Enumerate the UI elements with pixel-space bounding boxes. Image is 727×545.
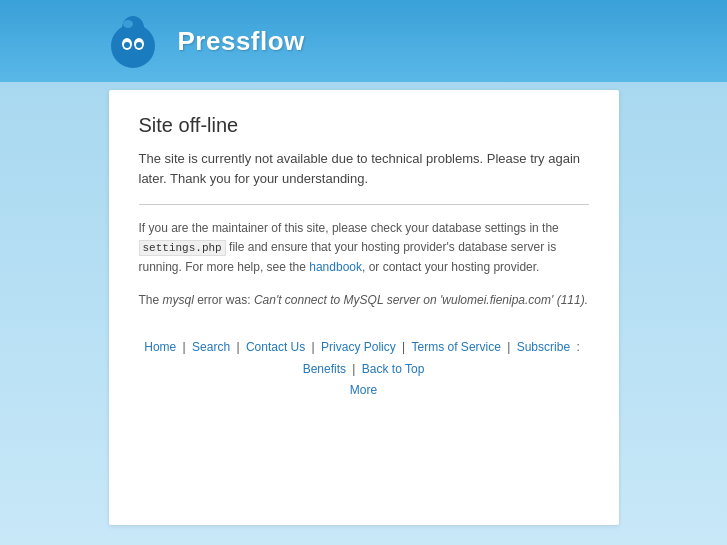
handbook-link[interactable]: handbook	[309, 260, 362, 274]
maintainer-intro-text: If you are the maintainer of this site, …	[139, 221, 559, 235]
footer-link-contact[interactable]: Contact Us	[246, 340, 305, 354]
maintainer-end-text: , or contact your hosting provider.	[362, 260, 539, 274]
footer-link-backtop[interactable]: Back to Top	[362, 362, 424, 376]
svg-point-4	[124, 42, 130, 48]
settings-file: settings.php	[139, 240, 226, 256]
mysql-error: The mysql error was: Can't connect to My…	[139, 291, 589, 309]
footer-links: Home | Search | Contact Us | Privacy Pol…	[139, 337, 589, 402]
page-wrapper: Site off-line The site is currently not …	[0, 82, 727, 545]
site-header: Pressflow	[0, 0, 727, 82]
footer-link-home[interactable]: Home	[144, 340, 176, 354]
mysql-error-mid: error was:	[194, 293, 254, 307]
footer-link-benefits[interactable]: Benefits	[303, 362, 346, 376]
mysql-italic: mysql	[163, 293, 194, 307]
footer-link-terms[interactable]: Terms of Service	[412, 340, 501, 354]
svg-point-5	[136, 42, 142, 48]
main-message: The site is currently not available due …	[139, 149, 589, 188]
mysql-error-prefix: The	[139, 293, 163, 307]
offline-heading: Site off-line	[139, 114, 589, 137]
footer-link-more[interactable]: More	[350, 383, 377, 397]
footer-link-subscribe[interactable]: Subscribe	[517, 340, 570, 354]
svg-point-1	[122, 16, 144, 40]
footer-link-search[interactable]: Search	[192, 340, 230, 354]
divider	[139, 204, 589, 205]
site-title: Pressflow	[178, 26, 305, 57]
mysql-error-message: Can't connect to MySQL server on 'wulome…	[254, 293, 588, 307]
maintainer-message: If you are the maintainer of this site, …	[139, 219, 589, 277]
site-logo	[104, 12, 162, 70]
content-card: Site off-line The site is currently not …	[109, 90, 619, 525]
svg-point-6	[123, 20, 133, 28]
footer-link-privacy[interactable]: Privacy Policy	[321, 340, 396, 354]
